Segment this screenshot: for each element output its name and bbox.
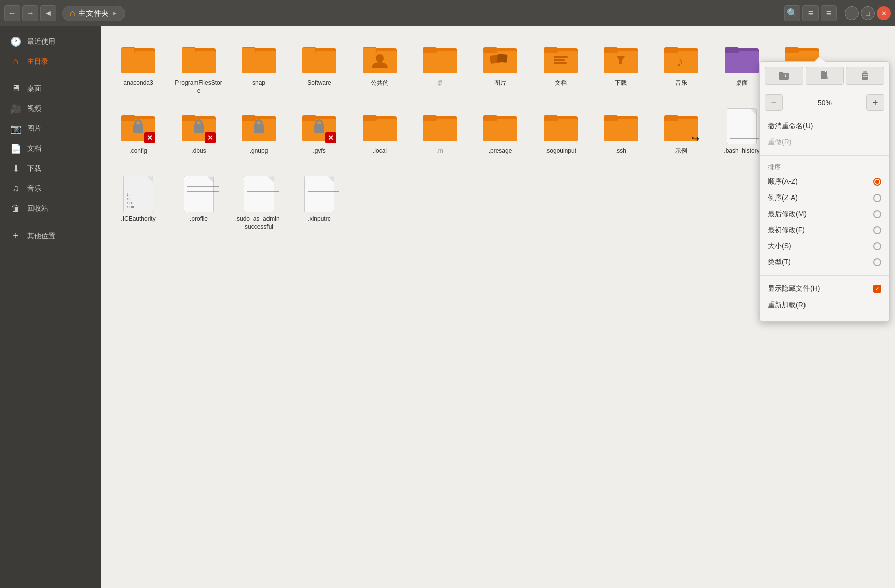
file-item-gvfs[interactable]: ✕ .gvfs [292,104,347,167]
svg-rect-80 [604,115,618,121]
sidebar-item-download[interactable]: ⬇ 下载 [2,159,99,178]
file-label-software: Software [307,79,331,87]
show-hidden-checkbox[interactable]: ✓ [873,285,881,293]
context-menu: + + − 50% + 撤消重命名(U) [759,61,890,322]
svg-rect-70 [423,119,457,141]
file-icon-xinputrc: ————————— ————————— ————————— ————————— [301,176,337,212]
sort-size-radio [873,242,881,250]
sort-type-item[interactable]: 类型(T) [760,254,889,270]
sort-created-item[interactable]: 最初修改(F) [760,222,889,238]
file-label-iceauthority: .ICEauthority [121,215,155,223]
file-item-sogou[interactable]: .sogouinput [533,104,588,167]
minimize-button[interactable]: — [845,6,859,20]
file-item-anaconda3[interactable]: anaconda3 [111,36,166,99]
sort-size-label: 大小(S) [768,242,791,251]
close-button[interactable]: ✕ [877,6,891,20]
svg-rect-1 [121,51,155,73]
file-item-dbus[interactable]: ✕ .dbus [171,104,226,167]
paste-button[interactable] [846,67,884,85]
menu-button[interactable]: ≡ [821,5,837,21]
sort-modified-item[interactable]: 最后修改(M) [760,206,889,222]
zoom-minus-button[interactable]: − [765,94,783,111]
sidebar-label-photo: 图片 [27,124,41,133]
main-layout: 🕐 最近使用 ⌂ 主目录 🖥 桌面 🎥 视频 📷 图片 📄 文档 ⬇ 下载 [0,26,895,588]
new-folder-button[interactable]: + [765,67,803,85]
content-area: anaconda3 ProgramFilesStore [101,26,895,588]
file-item-ssh[interactable]: .ssh [593,104,649,167]
file-item-config[interactable]: ✕ .config [111,104,166,167]
sort-za-item[interactable]: 倒序(Z-A) [760,190,889,206]
sidebar-label-download: 下载 [27,164,41,173]
file-item-docs[interactable]: 文档 [533,36,588,99]
ctx-separator-1 [760,155,889,156]
location-text: 主文件夹 [78,9,109,18]
close-icon: ✕ [881,10,887,17]
file-item-snap[interactable]: snap [231,36,287,99]
svg-rect-67 [363,119,397,141]
file-item-partial3[interactable]: .m [412,104,468,167]
svg-rect-79 [604,119,638,141]
file-item-presage[interactable]: .presage [473,104,528,167]
file-item-software[interactable]: Software [292,36,347,99]
new-doc-button[interactable]: + [805,67,844,85]
svg-rect-68 [363,115,377,121]
sidebar-item-desktop[interactable]: 🖥 桌面 [2,79,99,98]
file-item-xinputrc[interactable]: ————————— ————————— ————————— ————————— … [292,172,347,235]
svg-rect-28 [497,54,507,63]
maximize-button[interactable]: □ [861,6,875,20]
sidebar-item-video[interactable]: 🎥 视频 [2,99,99,118]
context-menu-sort-section: 排序 顺序(A-Z) 倒序(Z-A) 最后修改(M) 最初修改(F) [760,158,889,273]
sidebar-item-home[interactable]: ⌂ 主目录 [2,52,99,71]
folder-icon-download [603,40,639,76]
folder-icon-music: ♪ [663,40,699,76]
sidebar: 🕐 最近使用 ⌂ 主目录 🖥 桌面 🎥 视频 📷 图片 📄 文档 ⬇ 下载 [0,26,101,588]
sidebar-item-trash[interactable]: 🗑 回收站 [2,199,99,218]
file-item-programfiles[interactable]: ProgramFilesStore [171,36,226,99]
svg-rect-64 [302,115,316,121]
forward-button[interactable]: → [22,5,38,21]
file-item-local[interactable]: .local [352,104,407,167]
file-label-example: 示例 [675,147,687,155]
sidebar-divider-2 [6,222,95,222]
sidebar-item-music[interactable]: ♫ 音乐 [2,179,99,198]
sort-size-item[interactable]: 大小(S) [760,238,889,254]
sidebar-item-photo[interactable]: 📷 图片 [2,119,99,138]
sort-type-label: 类型(T) [768,258,791,267]
back-button[interactable]: ← [4,5,20,21]
file-label-xinputrc: .xinputrc [308,215,330,223]
file-item-sudo[interactable]: ————————— ————————— ————————— ————————— … [231,172,287,235]
folder-icon-docs [543,40,579,76]
sort-az-item[interactable]: 顺序(A-Z) [760,174,889,190]
sort-modified-radio [873,210,881,218]
undo-rename-item[interactable]: 撤消重命名(U) [760,118,889,134]
folder-icon-desktop-purple [724,40,760,76]
file-item-gnupg[interactable]: .gnupg [231,104,287,167]
file-item-public[interactable]: 公共的 [352,36,407,99]
show-hidden-item[interactable]: 显示隐藏文件(H) ✓ [760,281,889,297]
location-bar[interactable]: ⌂ 主文件夹 ► [62,6,125,21]
zoom-plus-button[interactable]: + [866,94,884,111]
file-label-sogou: .sogouinput [545,147,576,155]
file-item-profile[interactable]: ————————— ————————— ————————— ————————— … [171,172,226,235]
maximize-icon: □ [866,10,870,17]
file-item-music[interactable]: ♪ 音乐 [654,36,709,99]
svg-rect-57 [194,124,204,133]
file-item-iceauthority[interactable]: 1 10 101 1010 .ICEauthority [111,172,166,235]
file-item-photos[interactable]: 图片 [473,36,528,99]
sidebar-item-docs[interactable]: 📄 文档 [2,139,99,158]
svg-rect-73 [483,119,517,141]
sidebar-item-recent[interactable]: 🕐 最近使用 [2,32,99,51]
reload-item[interactable]: 重新加载(R) [760,297,889,313]
file-item-partial1[interactable]: 桌 [412,36,468,99]
up-button[interactable]: ◄ [40,5,56,21]
folder-icon-sogou [543,108,579,144]
file-item-example[interactable]: ↪ 示例 [654,104,709,167]
svg-rect-92 [863,74,868,75]
folder-icon-anaconda3 [120,40,156,76]
file-icon-profile: ————————— ————————— ————————— ————————— … [181,176,217,212]
file-item-download[interactable]: 下载 [593,36,649,99]
sidebar-item-other[interactable]: + 其他位置 [2,226,99,246]
search-button[interactable]: 🔍 [784,5,800,21]
view-toggle-button[interactable]: ≡ [802,5,819,21]
svg-rect-83 [664,115,678,121]
